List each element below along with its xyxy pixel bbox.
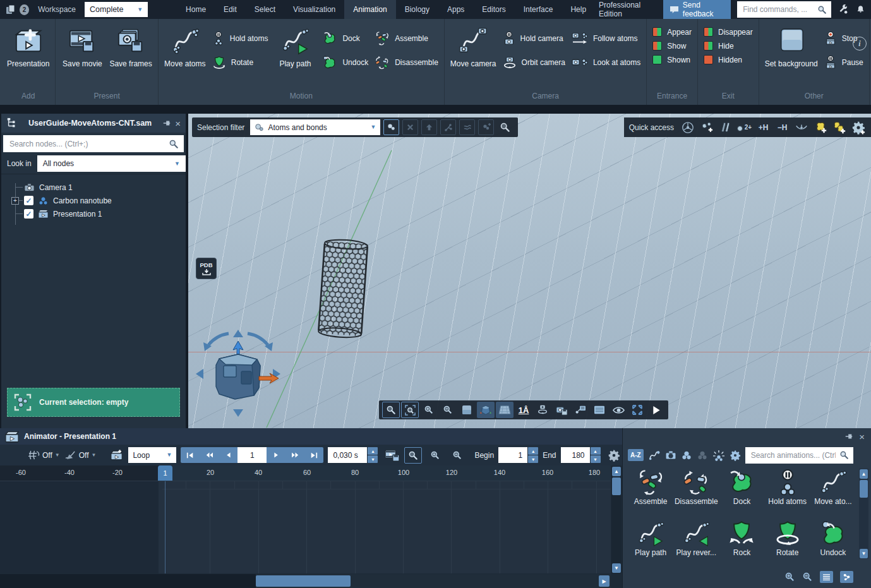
timeline-horizontal-scrollbar[interactable]: ▶	[0, 574, 611, 588]
tree-item-camera[interactable]: Camera 1	[9, 181, 186, 194]
library-item-dock[interactable]: Dock	[719, 469, 764, 518]
skip-to-end-button[interactable]	[304, 447, 323, 463]
spin-up-icon[interactable]: ▲	[528, 447, 538, 455]
follow-atoms-button[interactable]: Follow atoms	[572, 32, 640, 45]
workspace-select[interactable]: Complete ▼	[85, 2, 148, 17]
timeline-tracks[interactable]	[0, 481, 611, 573]
tree-item-carbon-nanotube[interactable]: + ✓ Carbon nanotube	[9, 194, 186, 207]
rotate-button[interactable]: Rotate	[212, 56, 268, 69]
shown-button[interactable]: Shown	[652, 55, 692, 64]
sort-alphabetical-button[interactable]: A-Z	[628, 449, 644, 461]
add-chain-icon[interactable]	[831, 119, 847, 136]
presentation-button[interactable]: Presentation	[7, 21, 49, 68]
timeline-zoom-out[interactable]	[448, 447, 466, 464]
menu-editors[interactable]: Editors	[473, 0, 514, 19]
notifications-bell-icon[interactable]	[855, 4, 866, 15]
visibility-checkbox[interactable]: ✓	[24, 209, 33, 219]
search-icon[interactable]	[839, 450, 849, 460]
select-atoms-button[interactable]	[383, 119, 399, 135]
move-atoms-button[interactable]: Move atoms	[164, 21, 206, 68]
library-item-assemble[interactable]: Assemble	[628, 469, 673, 518]
zoom-tool-button[interactable]	[382, 402, 400, 418]
select-similar-button[interactable]	[459, 119, 475, 135]
spin-down-icon[interactable]: ▼	[368, 455, 378, 463]
save-frames-button[interactable]: Save frames	[109, 21, 152, 68]
filter-atoms-icon[interactable]	[681, 450, 692, 460]
fast-backward-button[interactable]	[200, 447, 219, 463]
export-movie-icon[interactable]	[385, 449, 400, 462]
search-icon[interactable]	[817, 5, 827, 15]
fullscreen-button[interactable]	[628, 402, 646, 418]
current-frame-marker[interactable]: 1	[158, 465, 172, 481]
scroll-right-button[interactable]: ▶	[599, 575, 610, 587]
frame-duration-spinner[interactable]: 0,030 s ▲▼	[328, 447, 378, 463]
interpolation-dropdown[interactable]: Off ▼	[64, 450, 97, 460]
look-in-select[interactable]: All nodes ▼	[37, 155, 186, 172]
search-animations-input[interactable]	[750, 450, 837, 460]
zoom-region-button[interactable]	[401, 402, 419, 418]
spin-up-icon[interactable]: ▲	[368, 447, 378, 455]
loop-mode-select[interactable]: Loop ▼	[128, 447, 176, 463]
viewport-3d[interactable]: Selection filter Atoms and bonds ▼ Quick…	[188, 114, 871, 428]
expand-icon[interactable]: +	[11, 197, 19, 205]
disappear-button[interactable]: Disappear	[704, 27, 753, 37]
step-backward-button[interactable]	[219, 447, 237, 463]
library-item-hold-atoms[interactable]: Hold atoms	[765, 469, 810, 518]
set-background-button[interactable]: Set background	[765, 21, 818, 68]
library-item-move-atoms[interactable]: Move ato...	[810, 469, 856, 518]
play-button[interactable]	[647, 402, 665, 418]
add-residue-icon[interactable]	[812, 119, 828, 136]
play-path-button[interactable]: Play path	[274, 21, 316, 68]
menu-home[interactable]: Home	[177, 0, 215, 19]
change-bond-icon[interactable]	[718, 119, 733, 136]
scrollbar-thumb[interactable]	[612, 477, 621, 495]
preferences-wrench-icon[interactable]	[838, 4, 849, 15]
hold-camera-button[interactable]: Hold camera	[503, 32, 565, 45]
minimize-icon[interactable]	[793, 119, 809, 136]
visibility-checkbox[interactable]: ✓	[24, 196, 33, 205]
menu-visualization[interactable]: Visualization	[284, 0, 344, 19]
scroll-down-button[interactable]: ▼	[860, 549, 868, 558]
settings-add-icon[interactable]	[850, 119, 866, 136]
zoom-out-button[interactable]	[439, 402, 457, 418]
end-frame-spinner[interactable]: 180 ▲▼	[561, 447, 601, 463]
dock-button[interactable]: Dock	[322, 32, 368, 45]
add-atoms-icon[interactable]	[699, 119, 714, 136]
hide-button[interactable]: Hide	[704, 41, 753, 51]
find-commands-input[interactable]	[742, 4, 815, 15]
snap-dropdown[interactable]: Off ▼	[28, 450, 60, 460]
show-button[interactable]: Show	[652, 41, 692, 51]
filter-groups-icon[interactable]	[697, 450, 708, 460]
pdb-download-chip[interactable]: PDB	[196, 258, 217, 279]
assemble-button[interactable]: Assemble	[375, 32, 438, 45]
spin-down-icon[interactable]: ▼	[528, 455, 538, 463]
timeline-ruler[interactable]: -60 -40 -20 20 40 60 80 100 120 140 160 …	[0, 465, 611, 481]
library-item-disassemble[interactable]: Disassemble	[673, 469, 719, 518]
disassemble-button[interactable]: Disassemble	[375, 56, 438, 69]
turntable-button[interactable]	[534, 402, 551, 418]
snapshot-button[interactable]	[553, 402, 570, 418]
save-movie-button[interactable]: Save movie	[61, 21, 103, 68]
navigation-cube[interactable]	[191, 326, 285, 421]
remove-hydrogens-button[interactable]: −H	[774, 119, 790, 136]
selection-filter-select[interactable]: Atoms and bonds ▼	[250, 119, 380, 135]
notification-badge[interactable]: 2	[20, 4, 29, 15]
library-zoom-out[interactable]	[802, 572, 813, 582]
panel-button[interactable]	[591, 402, 608, 418]
search-nodes-input[interactable]	[8, 139, 169, 149]
scale-indicator[interactable]: 1Å	[515, 402, 532, 418]
begin-frame-spinner[interactable]: 1 ▲▼	[498, 447, 538, 463]
grid-toggle-button[interactable]	[496, 402, 514, 418]
tree-item-presentation[interactable]: ✓ Presentation 1	[9, 207, 186, 220]
timeline-vertical-scrollbar[interactable]: ▲ ▼	[611, 466, 622, 573]
library-item-undock[interactable]: Undock	[810, 520, 856, 569]
list-view-button[interactable]	[820, 571, 833, 583]
menu-select[interactable]: Select	[246, 0, 284, 19]
hidden-button[interactable]: Hidden	[704, 55, 753, 64]
labels-button[interactable]	[572, 402, 589, 418]
deselect-button[interactable]	[402, 119, 418, 135]
periodic-table-icon[interactable]	[680, 119, 695, 136]
scrollbar-thumb[interactable]	[256, 575, 351, 587]
filter-path-icon[interactable]	[648, 450, 661, 461]
move-camera-button[interactable]: Move camera	[450, 21, 496, 68]
